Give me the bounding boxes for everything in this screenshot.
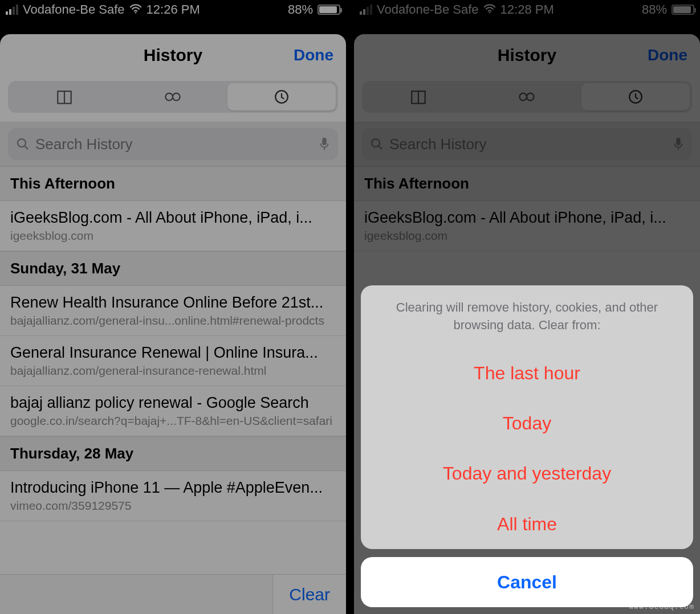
svg-point-4 — [18, 139, 26, 147]
section-header: Thursday, 28 May — [0, 436, 346, 471]
section-header: Sunday, 31 May — [0, 251, 346, 286]
toolbar: Clear — [0, 574, 346, 614]
section-header: This Afternoon — [0, 166, 346, 201]
history-sheet: History Done — [0, 34, 346, 614]
battery-icon — [318, 5, 340, 15]
done-button[interactable]: Done — [294, 34, 333, 76]
row-subtitle: bajajallianz.com/general-insu...online.h… — [10, 314, 336, 328]
watermark: www.deuaq.com — [629, 602, 694, 611]
svg-rect-5 — [322, 138, 326, 145]
history-row[interactable]: General Insurance Renewal | Online Insur… — [0, 336, 346, 386]
history-row[interactable]: iGeeksBlog.com - All About iPhone, iPad,… — [0, 201, 346, 251]
clear-all-time-option[interactable]: All time — [361, 499, 693, 549]
row-title: Renew Health Insurance Online Before 21s… — [10, 294, 336, 312]
history-icon — [271, 87, 292, 107]
row-title: Introducing iPhone 11 — Apple #AppleEven… — [10, 479, 336, 497]
tab-readinglist[interactable] — [119, 83, 227, 110]
cell-signal-icon — [6, 5, 18, 15]
row-subtitle: bajajallianz.com/general-insurance-renew… — [10, 364, 336, 378]
clear-button[interactable]: Clear — [272, 575, 346, 615]
row-title: bajaj allianz policy renewal - Google Se… — [10, 394, 336, 412]
row-subtitle: vimeo.com/359129575 — [10, 499, 336, 513]
row-title: General Insurance Renewal | Online Insur… — [10, 344, 336, 362]
search-history-field[interactable] — [8, 128, 338, 160]
mic-icon[interactable] — [319, 137, 330, 152]
wifi-icon — [129, 2, 142, 17]
row-subtitle: google.co.in/search?q=bajaj+...TF-8&hl=e… — [10, 414, 336, 428]
history-row[interactable]: bajaj allianz policy renewal - Google Se… — [0, 386, 346, 436]
bookmarks-segmented-control[interactable] — [8, 81, 338, 113]
carrier-label: Vodafone-Be Safe — [23, 2, 125, 17]
tab-history[interactable] — [227, 83, 336, 110]
clear-today-yesterday-option[interactable]: Today and yesterday — [361, 449, 693, 499]
readinglist-icon — [162, 87, 183, 107]
svg-point-1 — [166, 93, 173, 101]
clock-label: 12:26 PM — [146, 2, 200, 17]
status-bar: Vodafone-Be Safe 12:26 PM 88% — [0, 0, 346, 19]
history-row[interactable]: Introducing iPhone 11 — Apple #AppleEven… — [0, 471, 346, 521]
actionsheet-message: Clearing will remove history, cookies, a… — [361, 285, 693, 349]
actionsheet-cancel-button[interactable]: Cancel — [361, 557, 693, 607]
sheet-title: History — [144, 46, 202, 65]
clear-history-actionsheet: Clearing will remove history, cookies, a… — [361, 285, 693, 607]
screenshot-left: Vodafone-Be Safe 12:26 PM 88% History Do… — [0, 0, 346, 614]
battery-pct-label: 88% — [288, 2, 313, 17]
clear-today-option[interactable]: Today — [361, 399, 693, 449]
search-icon — [16, 137, 30, 151]
bookmarks-icon — [54, 87, 75, 107]
svg-point-2 — [173, 93, 180, 101]
tab-bookmarks[interactable] — [10, 83, 119, 110]
row-title: iGeeksBlog.com - All About iPhone, iPad,… — [10, 209, 336, 227]
row-subtitle: igeeksblog.com — [10, 229, 336, 243]
history-list[interactable]: This Afternoon iGeeksBlog.com - All Abou… — [0, 166, 346, 614]
screenshot-right: Vodafone-Be Safe 12:28 PM 88% History Do… — [354, 0, 700, 614]
search-input[interactable] — [35, 136, 313, 153]
svg-point-0 — [135, 12, 136, 14]
clear-last-hour-option[interactable]: The last hour — [361, 349, 693, 399]
history-row[interactable]: Renew Health Insurance Online Before 21s… — [0, 286, 346, 336]
